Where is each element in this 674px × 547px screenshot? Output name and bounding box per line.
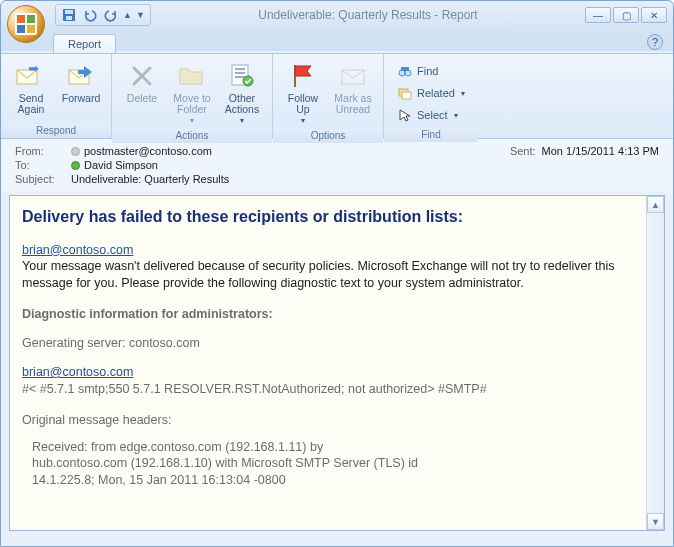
header-line: 14.1.225.8; Mon, 15 Jan 2011 16:13:04 -0… xyxy=(22,472,642,489)
group-actions: Delete Move toFolder▾ OtherActions▾ Acti… xyxy=(112,54,273,138)
to-value: David Simpson xyxy=(84,159,158,171)
diagnostic-title: Diagnostic information for administrator… xyxy=(22,306,642,323)
help-icon[interactable]: ? xyxy=(647,34,663,50)
body-content: Delivery has failed to these recipients … xyxy=(10,196,664,499)
svg-rect-2 xyxy=(66,16,72,20)
tab-report[interactable]: Report xyxy=(53,34,116,53)
save-icon[interactable] xyxy=(60,6,78,24)
subject-value: Undeliverable: Quarterly Results xyxy=(71,173,229,185)
svg-rect-6 xyxy=(235,68,245,70)
minimize-button[interactable]: — xyxy=(585,7,611,23)
group-options: FollowUp▾ Mark asUnread Options xyxy=(273,54,384,138)
scroll-down-button[interactable]: ▼ xyxy=(647,513,664,530)
redo-icon[interactable] xyxy=(102,6,120,24)
folder-icon xyxy=(176,60,208,92)
svg-rect-8 xyxy=(235,76,245,78)
send-again-button[interactable]: SendAgain xyxy=(7,57,55,118)
office-logo-icon xyxy=(15,13,37,35)
related-icon xyxy=(397,85,413,101)
sent-label: Sent: xyxy=(510,145,536,157)
recipient-link[interactable]: brian@contoso.com xyxy=(22,243,133,257)
window-title: Undeliverable: Quarterly Results - Repor… xyxy=(151,8,585,22)
presence-icon xyxy=(71,147,80,156)
mark-unread-icon xyxy=(337,60,369,92)
move-to-folder-label: Move toFolder▾ xyxy=(173,93,210,126)
related-button[interactable]: Related ▾ xyxy=(394,82,468,104)
from-label: From: xyxy=(15,145,71,157)
find-button[interactable]: Find xyxy=(394,60,468,82)
other-actions-label: OtherActions▾ xyxy=(225,93,259,126)
other-actions-button[interactable]: OtherActions▾ xyxy=(218,57,266,129)
presence-icon xyxy=(71,161,80,170)
follow-up-label: FollowUp▾ xyxy=(288,93,318,126)
forward-button[interactable]: Forward xyxy=(57,57,105,107)
chevron-down-icon[interactable]: ▼ xyxy=(136,10,146,20)
window-controls: — ▢ ✕ xyxy=(585,7,667,23)
close-button[interactable]: ✕ xyxy=(641,7,667,23)
svg-rect-15 xyxy=(402,92,411,99)
message-body: ▲ ▼ Delivery has failed to these recipie… xyxy=(9,195,665,531)
chevron-down-icon: ▾ xyxy=(461,89,465,98)
office-button[interactable] xyxy=(7,5,45,43)
follow-up-button[interactable]: FollowUp▾ xyxy=(279,57,327,129)
header-line: Received: from edge.contoso.com (192.168… xyxy=(22,439,642,456)
message-header: From: postmaster@contoso.com Sent: Mon 1… xyxy=(1,139,673,191)
forward-icon xyxy=(65,60,97,92)
group-options-label: Options xyxy=(273,129,383,143)
forward-label: Forward xyxy=(62,93,101,104)
chevron-up-icon[interactable]: ▲ xyxy=(123,10,133,20)
smtp-error-line: #< #5.7.1 smtp;550 5.7.1 RESOLVER.RST.No… xyxy=(22,381,642,398)
undo-icon[interactable] xyxy=(81,6,99,24)
to-label: To: xyxy=(15,159,71,171)
send-again-icon xyxy=(15,60,47,92)
delete-label: Delete xyxy=(127,93,157,104)
header-line: hub.contoso.com (192.168.1.10) with Micr… xyxy=(22,455,642,472)
move-to-folder-button: Move toFolder▾ xyxy=(168,57,216,129)
title-bar: ▲ ▼ Undeliverable: Quarterly Results - R… xyxy=(1,1,673,29)
related-label: Related xyxy=(417,87,455,99)
sent-value: Mon 1/15/2011 4:13 PM xyxy=(542,145,659,157)
original-headers-title: Original message headers: xyxy=(22,412,642,429)
quick-access-toolbar: ▲ ▼ xyxy=(55,4,151,26)
message-window: ▲ ▼ Undeliverable: Quarterly Results - R… xyxy=(0,0,674,547)
scroll-up-button[interactable]: ▲ xyxy=(647,196,664,213)
svg-rect-1 xyxy=(65,10,73,14)
from-value: postmaster@contoso.com xyxy=(84,145,212,157)
group-find: Find Related ▾ Select ▾ xyxy=(384,54,478,138)
binoculars-icon xyxy=(397,63,413,79)
select-button[interactable]: Select ▾ xyxy=(394,104,468,126)
group-respond: SendAgain Forward Respond xyxy=(1,54,112,138)
send-again-label: SendAgain xyxy=(18,93,45,115)
other-actions-icon xyxy=(226,60,258,92)
find-label: Find xyxy=(417,65,438,77)
mark-unread-label: Mark asUnread xyxy=(334,93,371,115)
ribbon-tab-row: Report ? xyxy=(1,31,673,53)
svg-rect-13 xyxy=(401,67,409,71)
subject-label: Subject: xyxy=(15,173,71,185)
svg-rect-7 xyxy=(235,72,245,74)
delete-button: Delete xyxy=(118,57,166,107)
group-respond-label: Respond xyxy=(1,124,111,138)
select-icon xyxy=(397,107,413,123)
failure-heading: Delivery has failed to these recipients … xyxy=(22,206,642,228)
select-label: Select xyxy=(417,109,448,121)
maximize-button[interactable]: ▢ xyxy=(613,7,639,23)
failure-explanation: Your message wasn't delivered because of… xyxy=(22,258,642,292)
group-actions-label: Actions xyxy=(112,129,272,143)
mark-unread-button: Mark asUnread xyxy=(329,57,377,118)
recipient-link[interactable]: brian@contoso.com xyxy=(22,365,133,379)
delete-icon xyxy=(126,60,158,92)
ribbon: SendAgain Forward Respond Delete xyxy=(1,53,673,139)
chevron-down-icon: ▾ xyxy=(454,111,458,120)
flag-icon xyxy=(287,60,319,92)
generating-server: Generating server: contoso.com xyxy=(22,335,642,352)
group-find-label: Find xyxy=(384,128,478,142)
